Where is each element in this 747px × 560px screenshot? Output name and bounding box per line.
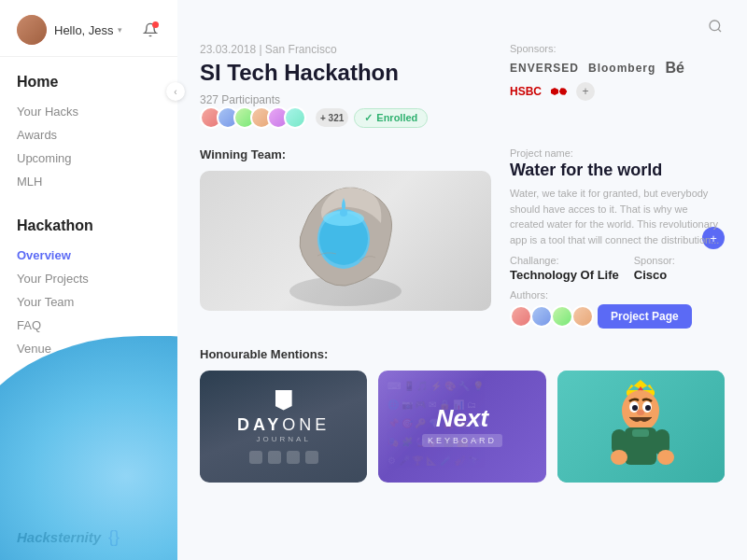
enrolled-label: Enrolled	[376, 112, 417, 123]
dayone-icon	[287, 451, 300, 464]
sidebar-item-your-hacks[interactable]: Your Hacks	[17, 100, 161, 123]
participants-label: 327 Participants	[200, 93, 487, 106]
sidebar-item-awards[interactable]: Awards	[17, 123, 161, 147]
dayone-bookmark-icon	[275, 390, 292, 411]
challenge-label: Challange:	[510, 255, 619, 266]
sidebar-item-upcoming[interactable]: Upcoming	[17, 147, 161, 170]
sidebar-item-faq[interactable]: FAQ	[17, 314, 161, 337]
svg-point-24	[611, 450, 627, 465]
content-row: Winning Team:	[177, 134, 747, 334]
challenge-value: Technology Of Life	[510, 268, 619, 282]
next-keyboard-label: KEYBOARD	[422, 434, 502, 447]
avatar	[17, 15, 47, 45]
author-avatar	[530, 305, 553, 328]
sidebar-item-your-projects[interactable]: Your Projects	[17, 267, 161, 290]
author-avatar	[551, 305, 573, 328]
enrolled-badge: ✓ Enrolled	[354, 108, 428, 128]
dayone-icon	[268, 451, 281, 464]
sidebar-item-overview[interactable]: Overview	[17, 244, 161, 267]
search-button[interactable]	[702, 13, 728, 39]
project-section: Project name: Water for the world Water,…	[510, 147, 725, 334]
mention-card-clash[interactable]	[557, 371, 725, 483]
dayone-icons-row	[249, 451, 318, 464]
sponsors-label: Sponsors:	[510, 43, 725, 54]
project-sponsor-value: Cisco	[634, 268, 675, 282]
authors-label: Authors:	[510, 289, 725, 301]
top-bar	[177, 0, 747, 43]
dayone-icon	[305, 451, 318, 464]
svg-rect-21	[632, 429, 649, 437]
extra-participants-count: + 321	[316, 108, 348, 127]
mentions-grid: DAYONE JOURNAL ⌨ 📱 🎵 ⚡ 🎨 🔧 💡	[200, 371, 725, 483]
project-page-button[interactable]: Project Page	[598, 304, 692, 329]
project-description: Water, we take it for granted, but every…	[510, 186, 725, 247]
event-date: 23.03.2018 | San Francisco	[200, 43, 487, 56]
sponsor-hsbc: HSBC	[510, 85, 542, 98]
authors-section: Authors: Project Page	[510, 289, 725, 329]
notification-dot	[152, 21, 159, 28]
svg-text:⌨ 📱 🎵 ⚡ 🎨 🔧 💡: ⌨ 📱 🎵 ⚡ 🎨 🔧 💡	[388, 380, 485, 392]
main-content: 23.03.2018 | San Francisco SI Tech Hacka…	[177, 0, 747, 560]
mention-card-next[interactable]: ⌨ 📱 🎵 ⚡ 🎨 🔧 💡 🌐 📷 🎮 ✉ 🔒 📊 🗂 📌 🎯 🔑 💎 🎪 🌟 …	[378, 371, 545, 483]
svg-point-5	[340, 209, 347, 217]
svg-text:⚙ 🎤 🏆 📐 🧪 🎻 🔭: ⚙ 🎤 🏆 📐 🧪 🎻 🔭	[388, 455, 480, 467]
svg-point-19	[637, 410, 644, 415]
hsbc-hex-icon	[551, 88, 567, 95]
sponsors-row: ENVERSED Bloomberg Bé	[510, 60, 725, 77]
challenge-block: Challange: Technology Of Life	[510, 255, 619, 282]
authors-row: Project Page	[510, 304, 725, 329]
project-sponsor-label: Sponsor:	[634, 255, 675, 266]
sidebar-item-mlh[interactable]: MLH	[17, 170, 161, 193]
project-name-label: Project name:	[510, 147, 725, 159]
nav-home-title: Home	[17, 74, 161, 91]
greeting-text: Hello, Jess	[54, 23, 114, 37]
project-name-title: Water for the world	[510, 161, 725, 180]
sidebar-collapse-button[interactable]: ‹	[166, 82, 185, 101]
avatar-stack	[200, 106, 306, 129]
sponsor-be: Bé	[665, 60, 684, 77]
nav-hackathon-title: Hackathon	[17, 217, 161, 234]
dayone-icon	[249, 451, 262, 464]
notification-button[interactable]	[140, 20, 161, 40]
check-icon: ✓	[364, 112, 373, 124]
nav-home-section: Home Your Hacks Awards Upcoming MLH	[0, 57, 177, 201]
author-avatar	[510, 305, 532, 328]
svg-point-18	[645, 405, 651, 411]
event-section: 23.03.2018 | San Francisco SI Tech Hacka…	[177, 43, 747, 134]
participants-row: + 321 ✓ Enrolled	[200, 106, 487, 129]
sponsor-bloomberg: Bloomberg	[588, 62, 655, 75]
mentions-label: Honourable Mentions:	[200, 347, 725, 361]
sidebar-header: Hello, Jess ▾	[0, 0, 177, 57]
sponsors-row-2: HSBC +	[510, 82, 725, 101]
chevron-down-icon[interactable]: ▾	[118, 25, 122, 35]
add-sponsor-button[interactable]: +	[576, 82, 595, 101]
svg-point-25	[657, 450, 674, 465]
svg-point-17	[632, 405, 638, 411]
event-title: SI Tech Hackathon	[200, 60, 487, 86]
sponsors-section: Sponsors: ENVERSED Bloomberg Bé HSBC +	[510, 43, 725, 134]
author-avatar	[571, 305, 594, 328]
project-meta: Challange: Technology Of Life Sponsor: C…	[510, 255, 725, 282]
participant-avatar	[284, 106, 306, 129]
sponsor-block: Sponsor: Cisco	[634, 255, 675, 282]
event-info: 23.03.2018 | San Francisco SI Tech Hacka…	[200, 43, 487, 134]
sidebar-item-your-team[interactable]: Your Team	[17, 290, 161, 314]
winning-team-label: Winning Team:	[200, 147, 491, 161]
svg-point-0	[710, 21, 720, 31]
winning-team-section: Winning Team:	[200, 147, 491, 334]
mentions-section: Honourable Mentions: DAYONE JOURNAL	[177, 334, 747, 497]
mention-card-dayone[interactable]: DAYONE JOURNAL	[200, 371, 367, 483]
winning-team-image	[200, 171, 491, 311]
sponsor-enversed: ENVERSED	[510, 62, 579, 75]
next-title: Next KEYBOARD	[422, 406, 502, 447]
dayone-title: DAYONE	[237, 416, 330, 433]
dayone-subtitle: JOURNAL	[256, 435, 310, 443]
